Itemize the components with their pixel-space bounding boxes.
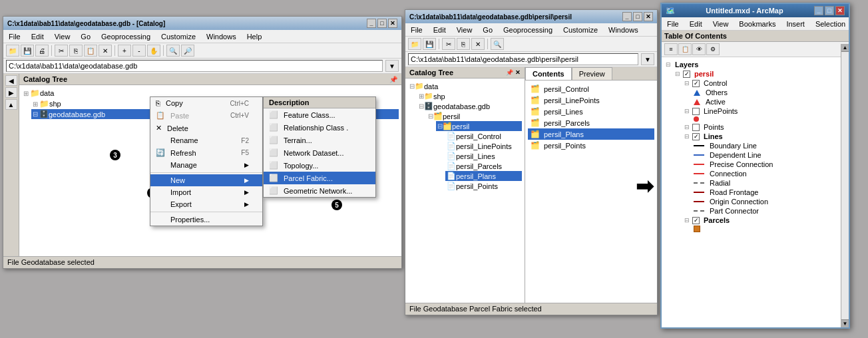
toc-dependent-line[interactable]: Dependent Line xyxy=(692,150,846,160)
tree2-persil-inner[interactable]: ⊟ 🗂️ persil xyxy=(436,121,522,131)
nav-up[interactable]: ▲ xyxy=(5,99,17,110)
description-tab[interactable]: Description xyxy=(264,97,375,108)
address-input-1[interactable] xyxy=(6,60,383,72)
menu2-view[interactable]: View xyxy=(454,25,475,35)
ctx-paste[interactable]: 📋 Paste Ctrl+V xyxy=(150,109,262,122)
address-go-btn-2[interactable]: ▼ xyxy=(641,53,654,65)
minimize-btn-2[interactable]: _ xyxy=(622,12,632,21)
arcmap-max[interactable]: □ xyxy=(825,6,834,15)
arcmap-menu-file[interactable]: File xyxy=(664,19,682,29)
linepoints-checkbox[interactable] xyxy=(692,108,700,115)
sub-network-dataset[interactable]: ⬜ Network Dataset... xyxy=(264,146,375,159)
toc-scrollbar[interactable]: ▲ ▼ xyxy=(841,44,849,327)
control-checkbox[interactable] xyxy=(692,80,700,87)
close-btn-2[interactable]: ✕ xyxy=(644,12,653,21)
tb-pan[interactable]: ✋ xyxy=(147,45,160,57)
toc-road-frontage[interactable]: Road Frontage xyxy=(692,188,846,197)
minimize-btn[interactable]: _ xyxy=(367,19,376,28)
ctx-manage[interactable]: Manage xyxy=(150,159,262,171)
menu-customize[interactable]: Customize xyxy=(158,32,198,41)
toc-dot-red[interactable] xyxy=(692,116,846,122)
ctx-delete[interactable]: ✕ Delete xyxy=(150,122,262,134)
ctx-copy[interactable]: ⎘ Copy Ctrl+C xyxy=(150,97,262,109)
tb-zoomin[interactable]: + xyxy=(118,45,131,57)
toc-connection[interactable]: Connection xyxy=(692,169,846,178)
tb-delete[interactable]: ✕ xyxy=(99,45,112,57)
tb-identify[interactable]: 🔍 xyxy=(166,45,180,57)
tree-area-2[interactable]: ⊟ 📁 data ⊞ 📁 shp ⊟ 🗄️ geodatabase.gdb ⊟ xyxy=(405,79,525,303)
tab-contents[interactable]: Contents xyxy=(525,67,572,80)
preview-parcels-item[interactable]: 🗂️ persil_Parcels xyxy=(528,117,654,128)
toc-radial[interactable]: Radial xyxy=(692,178,846,188)
sub-topology[interactable]: ⬜ Topology... xyxy=(264,159,375,172)
toc-parcels-group[interactable]: ⊟ Parcels xyxy=(683,216,846,225)
toc-list-by-drawing[interactable]: ≡ xyxy=(664,43,678,55)
menu2-windows[interactable]: Windows xyxy=(606,25,641,35)
menu2-edit[interactable]: Edit xyxy=(431,25,449,35)
nav-fwd[interactable]: ▶ xyxy=(5,87,17,98)
sub-geometric-network[interactable]: ⬜ Geometric Network... xyxy=(264,184,375,197)
scroll-up-btn[interactable]: ▲ xyxy=(841,44,849,52)
menu-help[interactable]: Help xyxy=(244,32,265,41)
sub-parcel-fabric[interactable]: ⬜ Parcel Fabric... xyxy=(264,172,375,184)
menu-file[interactable]: File xyxy=(6,32,23,41)
arcmap-menu-insert[interactable]: Insert xyxy=(783,19,807,29)
tb2-open[interactable]: 📁 xyxy=(408,38,421,50)
menu-geoprocessing[interactable]: Geoprocessing xyxy=(99,32,153,41)
arcmap-close[interactable]: ✕ xyxy=(835,6,845,15)
arcmap-menu-selection[interactable]: Selection xyxy=(813,19,848,29)
tree2-control[interactable]: 📄 persil_Control xyxy=(445,131,522,141)
points-checkbox[interactable] xyxy=(692,124,700,131)
menu-go[interactable]: Go xyxy=(78,32,93,41)
menu2-geoprocessing[interactable]: Geoprocessing xyxy=(501,25,555,35)
preview-plans[interactable]: 🗂️ persil_Plans xyxy=(528,128,654,140)
tree2-parcels[interactable]: 📄 persil_Parcels xyxy=(445,161,522,171)
arcmap-min[interactable]: _ xyxy=(814,6,823,15)
tree2-lines[interactable]: 📄 persil_Lines xyxy=(445,151,522,161)
lines-checkbox[interactable] xyxy=(692,133,700,140)
toc-control[interactable]: ⊟ Control xyxy=(683,79,846,88)
toc-origin-connection[interactable]: Origin Connection xyxy=(692,197,846,206)
tab-preview[interactable]: Preview xyxy=(572,67,612,80)
tb-print[interactable]: 🖨 xyxy=(35,45,49,57)
toc-persil[interactable]: ⊟ persil xyxy=(674,69,846,79)
menu-windows[interactable]: Windows xyxy=(204,32,239,41)
tb2-delete[interactable]: ✕ xyxy=(471,38,485,50)
tree2-persil[interactable]: ⊟ 🗂️ persil xyxy=(427,111,522,121)
arcmap-menu-bookmarks[interactable]: Bookmarks xyxy=(736,19,778,29)
toc-others[interactable]: Others xyxy=(692,88,846,97)
ctx-properties[interactable]: Properties... xyxy=(150,214,262,226)
address-go-btn[interactable]: ▼ xyxy=(385,60,399,72)
tree2-data[interactable]: ⊟ 📁 data xyxy=(408,81,522,91)
ctx-rename[interactable]: Rename F2 xyxy=(150,134,262,146)
tb2-copy[interactable]: ⎘ xyxy=(457,38,470,50)
tb2-save[interactable]: 💾 xyxy=(423,38,436,50)
preview-control[interactable]: 🗂️ persil_Control xyxy=(528,83,654,94)
maximize-btn-2[interactable]: □ xyxy=(633,12,642,21)
preview-linepoints[interactable]: 🗂️ persil_LinePoints xyxy=(528,94,654,106)
dock-btns-2[interactable]: 📌 ✕ xyxy=(506,69,521,76)
menu2-file[interactable]: File xyxy=(408,25,425,35)
menu2-customize[interactable]: Customize xyxy=(560,25,600,35)
close-btn[interactable]: ✕ xyxy=(388,19,397,28)
tb-paste[interactable]: 📋 xyxy=(84,45,97,57)
toc-list-by-source[interactable]: 📋 xyxy=(678,43,692,55)
arcmap-menu-view[interactable]: View xyxy=(710,19,732,29)
toc-options[interactable]: ⚙ xyxy=(706,43,720,55)
address-input-2[interactable] xyxy=(408,53,638,65)
preview-lines[interactable]: 🗂️ persil_Lines xyxy=(528,106,654,117)
toc-precise-connection[interactable]: Precise Connection xyxy=(692,160,846,169)
ctx-import[interactable]: Import xyxy=(150,186,262,198)
tb-cut[interactable]: ✂ xyxy=(55,45,68,57)
tree2-plans[interactable]: 📄 persil_Plans xyxy=(445,171,522,181)
toc-list-by-visibility[interactable]: 👁 xyxy=(692,43,706,55)
preview-points[interactable]: 🗂️ persil_Points xyxy=(528,140,654,151)
sub-terrain[interactable]: ⬜ Terrain... xyxy=(264,134,375,146)
tb-save[interactable]: 💾 xyxy=(21,45,34,57)
sub-feature-class[interactable]: ⬜ Feature Class... xyxy=(264,108,375,121)
toc-boundary-line[interactable]: Boundary Line xyxy=(692,141,846,150)
toc-lines-group[interactable]: ⊟ Lines xyxy=(683,132,846,141)
tb-open[interactable]: 📁 xyxy=(6,45,19,57)
nav-back[interactable]: ◀ xyxy=(5,75,17,86)
ctx-refresh[interactable]: 🔄 Refresh F5 xyxy=(150,146,262,159)
